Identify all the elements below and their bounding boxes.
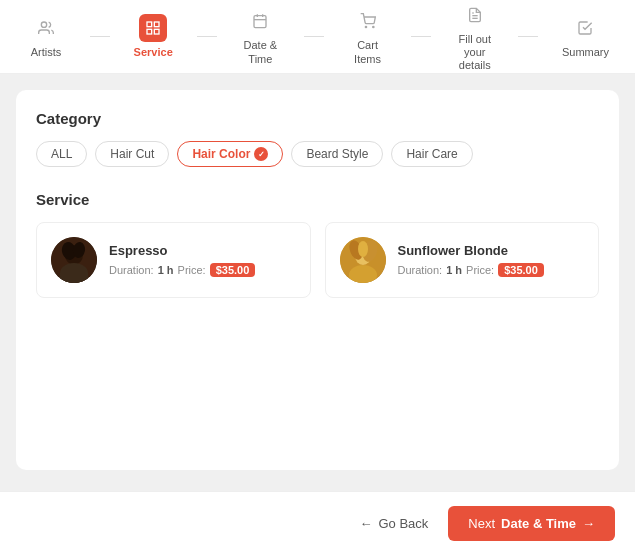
nav-item-details[interactable]: Fill outyourdetails: [445, 0, 505, 80]
nav-divider-4: [411, 36, 431, 37]
top-navigation: Artists Service Date &Time: [0, 0, 635, 74]
bottom-bar: ← Go Back Next Date & Time →: [0, 491, 635, 555]
sunflower-blonde-meta: Duration: 1 h Price: $35.00: [398, 263, 544, 277]
service-label: Service: [134, 46, 173, 59]
go-back-button[interactable]: ← Go Back: [360, 516, 429, 531]
filter-beardstyle[interactable]: Beard Style: [291, 141, 383, 167]
filter-all[interactable]: ALL: [36, 141, 87, 167]
filter-haircut[interactable]: Hair Cut: [95, 141, 169, 167]
nav-item-cart[interactable]: CartItems: [338, 0, 398, 74]
svg-point-23: [358, 241, 368, 257]
nav-divider-5: [518, 36, 538, 37]
artists-label: Artists: [31, 46, 62, 59]
artists-icon: [32, 14, 60, 42]
avatar-sunflower-blonde: [340, 237, 386, 283]
nav-item-summary[interactable]: Summary: [552, 6, 619, 67]
next-arrow-icon: →: [582, 516, 595, 531]
espresso-info: Espresso Duration: 1 h Price: $35.00: [109, 243, 255, 277]
details-label: Fill outyourdetails: [459, 33, 491, 73]
espresso-meta: Duration: 1 h Price: $35.00: [109, 263, 255, 277]
cart-icon: [354, 7, 382, 35]
main-content: Category ALL Hair Cut Hair Color ✓ Beard…: [0, 74, 635, 491]
go-back-label: Go Back: [379, 516, 429, 531]
content-card: Category ALL Hair Cut Hair Color ✓ Beard…: [16, 90, 619, 470]
sunflower-blonde-info: Sunflower Blonde Duration: 1 h Price: $3…: [398, 243, 544, 277]
next-label: Next: [468, 516, 495, 531]
next-sublabel: Date & Time: [501, 516, 576, 531]
nav-item-artists[interactable]: Artists: [16, 6, 76, 67]
sunflower-blonde-price: $35.00: [498, 263, 544, 277]
sunflower-blonde-name: Sunflower Blonde: [398, 243, 544, 258]
summary-icon: [571, 14, 599, 42]
service-card-espresso[interactable]: Espresso Duration: 1 h Price: $35.00: [36, 222, 311, 298]
svg-rect-2: [155, 22, 160, 27]
services-grid: Espresso Duration: 1 h Price: $35.00: [36, 222, 599, 298]
svg-point-0: [41, 22, 46, 27]
svg-point-9: [365, 27, 366, 28]
svg-rect-3: [155, 29, 160, 34]
cart-label: CartItems: [354, 39, 381, 65]
filter-check-icon: ✓: [254, 147, 268, 161]
datetime-label: Date &Time: [244, 39, 278, 65]
espresso-name: Espresso: [109, 243, 255, 258]
svg-point-15: [60, 265, 88, 283]
avatar-espresso: [51, 237, 97, 283]
filter-haircare[interactable]: Hair Care: [391, 141, 472, 167]
nav-divider-1: [90, 36, 110, 37]
nav-item-datetime[interactable]: Date &Time: [230, 0, 290, 74]
nav-divider-3: [304, 36, 324, 37]
category-title: Category: [36, 110, 599, 127]
svg-rect-4: [147, 29, 152, 34]
back-arrow-icon: ←: [360, 516, 373, 531]
svg-rect-5: [254, 16, 266, 28]
summary-label: Summary: [562, 46, 609, 59]
datetime-icon: [246, 7, 274, 35]
filter-haircolor[interactable]: Hair Color ✓: [177, 141, 283, 167]
nav-item-service[interactable]: Service: [123, 6, 183, 67]
svg-rect-1: [147, 22, 152, 27]
svg-point-10: [372, 27, 373, 28]
service-icon: [139, 14, 167, 42]
details-icon: [461, 1, 489, 29]
nav-divider-2: [197, 36, 217, 37]
service-title: Service: [36, 191, 599, 208]
espresso-price: $35.00: [210, 263, 256, 277]
category-filters: ALL Hair Cut Hair Color ✓ Beard Style Ha…: [36, 141, 599, 167]
service-card-sunflower-blonde[interactable]: Sunflower Blonde Duration: 1 h Price: $3…: [325, 222, 600, 298]
next-button[interactable]: Next Date & Time →: [448, 506, 615, 541]
